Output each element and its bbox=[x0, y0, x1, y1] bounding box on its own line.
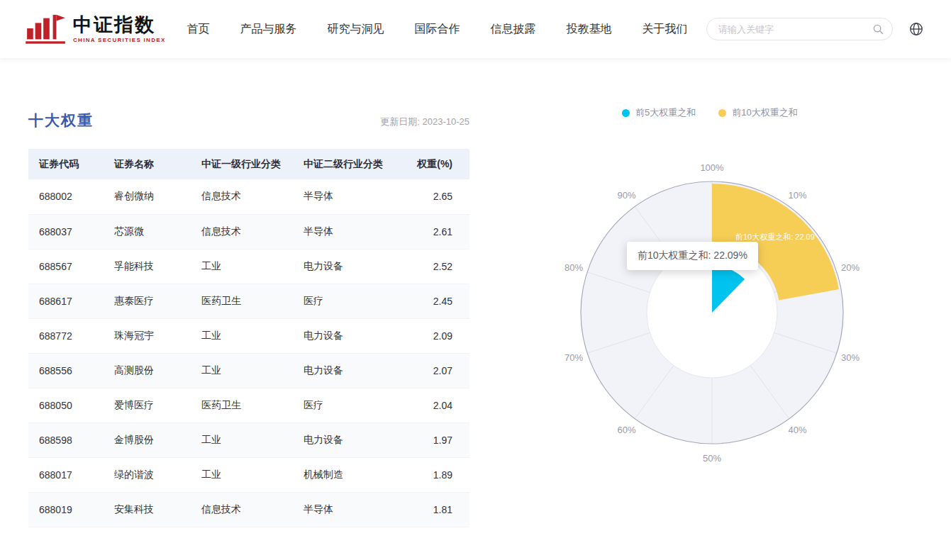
table-header: 证券代码证券名称中证一级行业分类中证二级行业分类权重(%) bbox=[28, 149, 469, 179]
table-row: 688556高测股份工业电力设备2.07 bbox=[28, 353, 469, 388]
angle-tick-label: 90% bbox=[617, 190, 635, 201]
logo[interactable]: 中证指数 CHINA SECURITIES INDEX bbox=[26, 12, 166, 46]
angle-tick-label: 20% bbox=[841, 262, 860, 273]
table-row: 688050爱博医疗医药卫生医疗2.04 bbox=[28, 388, 469, 422]
table-row: 688002睿创微纳信息技术半导体2.65 bbox=[28, 179, 469, 214]
angle-tick-label: 60% bbox=[617, 425, 635, 435]
table-cell: 1.97 bbox=[395, 422, 469, 457]
table-cell: 信息技术 bbox=[191, 214, 293, 249]
table-cell: 688050 bbox=[28, 388, 104, 422]
table-row: 688567孚能科技工业电力设备2.52 bbox=[28, 249, 469, 284]
table-cell: 半导体 bbox=[293, 214, 395, 249]
table-cell: 688002 bbox=[28, 179, 104, 214]
search-input[interactable] bbox=[718, 24, 873, 35]
table-cell: 绿的谐波 bbox=[104, 457, 191, 492]
legend-dot-icon bbox=[622, 109, 630, 117]
table-cell: 工业 bbox=[191, 318, 293, 353]
logo-title: 中证指数 bbox=[73, 15, 166, 35]
main-nav: 首页产品与服务研究与洞见国际合作信息披露投教基地关于我们 bbox=[187, 22, 688, 37]
table-cell: 2.52 bbox=[395, 249, 469, 284]
table-cell: 工业 bbox=[191, 249, 293, 284]
table-cell: 医药卫生 bbox=[191, 388, 293, 422]
table-cell: 金博股份 bbox=[104, 422, 191, 457]
polar-chart: 前10大权重之和: 22.09100%10%20%30%40%50%60%70%… bbox=[553, 58, 951, 560]
table-cell: 机械制造 bbox=[293, 457, 395, 492]
column-header: 权重(%) bbox=[395, 149, 469, 179]
table-cell: 孚能科技 bbox=[104, 249, 191, 284]
table-cell: 2.65 bbox=[395, 179, 469, 214]
table-row: 688598金博股份工业电力设备1.97 bbox=[28, 422, 469, 457]
table-cell: 信息技术 bbox=[191, 492, 293, 527]
table-cell: 半导体 bbox=[293, 492, 395, 527]
nav-item-1[interactable]: 产品与服务 bbox=[240, 22, 297, 37]
column-header: 中证二级行业分类 bbox=[293, 149, 395, 179]
table-cell: 惠泰医疗 bbox=[104, 284, 191, 318]
table-cell: 1.89 bbox=[395, 457, 469, 492]
table-cell: 2.61 bbox=[395, 214, 469, 249]
table-row: 688017绿的谐波工业机械制造1.89 bbox=[28, 457, 469, 492]
table-cell: 睿创微纳 bbox=[104, 179, 191, 214]
legend-label: 前10大权重之和 bbox=[732, 106, 797, 119]
table-cell: 高测股份 bbox=[104, 353, 191, 388]
column-header: 证券名称 bbox=[104, 149, 191, 179]
angle-tick-label: 80% bbox=[565, 262, 583, 273]
search-icon[interactable] bbox=[873, 24, 884, 35]
column-header: 中证一级行业分类 bbox=[191, 149, 293, 179]
table-cell: 医疗 bbox=[293, 284, 395, 318]
chart-tooltip: 前10大权重之和: 22.09% bbox=[627, 242, 758, 270]
table-cell: 医药卫生 bbox=[191, 284, 293, 318]
table-cell: 爱博医疗 bbox=[104, 388, 191, 422]
table-cell: 688567 bbox=[28, 249, 104, 284]
table-cell: 芯源微 bbox=[104, 214, 191, 249]
update-date: 更新日期: 2023-10-25 bbox=[380, 116, 469, 130]
table-cell: 电力设备 bbox=[293, 318, 395, 353]
table-cell: 安集科技 bbox=[104, 492, 191, 527]
table-cell: 2.07 bbox=[395, 353, 469, 388]
main-content: 十大权重 更新日期: 2023-10-25 证券代码证券名称中证一级行业分类中证… bbox=[0, 58, 951, 560]
table-cell: 工业 bbox=[191, 353, 293, 388]
weights-table: 证券代码证券名称中证一级行业分类中证二级行业分类权重(%) 688002睿创微纳… bbox=[28, 149, 469, 527]
chart-legend: 前5大权重之和前10大权重之和 bbox=[622, 106, 798, 119]
table-row: 688037芯源微信息技术半导体2.61 bbox=[28, 214, 469, 249]
nav-item-2[interactable]: 研究与洞见 bbox=[328, 22, 384, 37]
table-cell: 2.45 bbox=[395, 284, 469, 318]
legend-item-0[interactable]: 前5大权重之和 bbox=[622, 106, 696, 119]
table-cell: 2.09 bbox=[395, 318, 469, 353]
angle-tick-label: 10% bbox=[788, 190, 806, 201]
nav-item-3[interactable]: 国际合作 bbox=[415, 22, 460, 37]
table-cell: 1.81 bbox=[395, 492, 469, 527]
angle-tick-label: 30% bbox=[841, 352, 860, 363]
chart-panel: 前5大权重之和前10大权重之和 前10大权重之和: 22.09100%10%20… bbox=[553, 58, 951, 560]
angle-tick-label: 100% bbox=[700, 162, 724, 173]
nav-item-5[interactable]: 投教基地 bbox=[567, 22, 612, 37]
table-body: 688002睿创微纳信息技术半导体2.65688037芯源微信息技术半导体2.6… bbox=[28, 179, 469, 527]
nav-item-0[interactable]: 首页 bbox=[187, 22, 210, 37]
table-cell: 工业 bbox=[191, 422, 293, 457]
table-cell: 医疗 bbox=[293, 388, 395, 422]
legend-label: 前5大权重之和 bbox=[635, 106, 696, 119]
language-globe-icon[interactable] bbox=[908, 21, 924, 37]
table-cell: 688019 bbox=[28, 492, 104, 527]
table-cell: 电力设备 bbox=[293, 249, 395, 284]
column-header: 证券代码 bbox=[28, 149, 104, 179]
table-cell: 2.04 bbox=[395, 388, 469, 422]
logo-text: 中证指数 CHINA SECURITIES INDEX bbox=[73, 15, 166, 43]
table-row: 688772珠海冠宇工业电力设备2.09 bbox=[28, 318, 469, 353]
search-box[interactable] bbox=[706, 18, 893, 40]
angle-tick-label: 50% bbox=[703, 453, 721, 464]
table-cell: 688037 bbox=[28, 214, 104, 249]
angle-tick-label: 40% bbox=[788, 425, 806, 435]
legend-item-1[interactable]: 前10大权重之和 bbox=[718, 106, 797, 119]
table-cell: 688617 bbox=[28, 284, 104, 318]
table-row: 688617惠泰医疗医药卫生医疗2.45 bbox=[28, 284, 469, 318]
table-cell: 688598 bbox=[28, 422, 104, 457]
logo-subtitle: CHINA SECURITIES INDEX bbox=[73, 37, 166, 43]
table-cell: 电力设备 bbox=[293, 422, 395, 457]
nav-item-4[interactable]: 信息披露 bbox=[491, 22, 536, 37]
angle-tick-label: 70% bbox=[565, 352, 583, 363]
legend-dot-icon bbox=[718, 109, 726, 117]
page-title: 十大权重 bbox=[28, 111, 94, 130]
nav-item-6[interactable]: 关于我们 bbox=[643, 22, 688, 37]
table-cell: 电力设备 bbox=[293, 353, 395, 388]
weights-section: 十大权重 更新日期: 2023-10-25 证券代码证券名称中证一级行业分类中证… bbox=[28, 111, 469, 527]
